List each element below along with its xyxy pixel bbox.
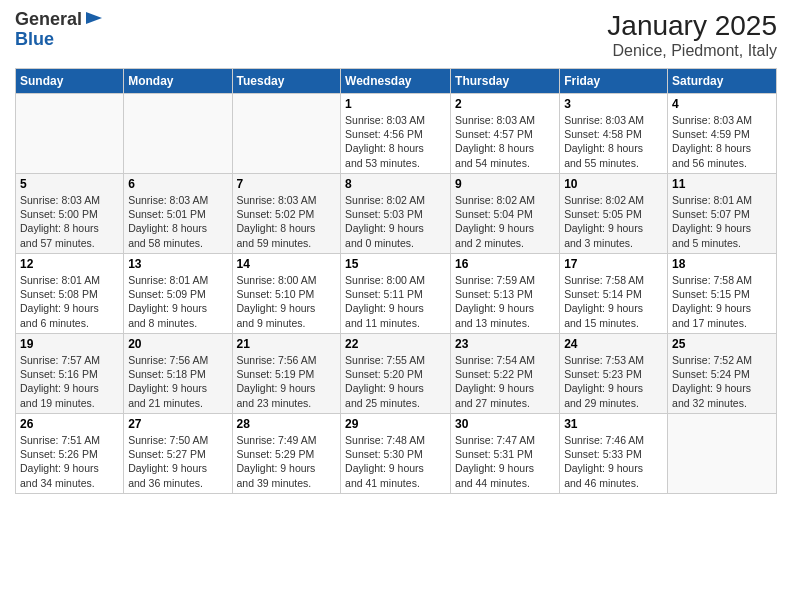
logo-general-text: General [15,10,82,30]
logo-blue-text: Blue [15,30,104,50]
day-number: 22 [345,337,446,351]
day-number: 29 [345,417,446,431]
calendar-cell: 8Sunrise: 8:02 AM Sunset: 5:03 PM Daylig… [341,174,451,254]
calendar-week-4: 19Sunrise: 7:57 AM Sunset: 5:16 PM Dayli… [16,334,777,414]
day-info: Sunrise: 7:49 AM Sunset: 5:29 PM Dayligh… [237,433,337,490]
calendar-cell: 22Sunrise: 7:55 AM Sunset: 5:20 PM Dayli… [341,334,451,414]
calendar-cell: 18Sunrise: 7:58 AM Sunset: 5:15 PM Dayli… [668,254,777,334]
calendar-title: January 2025 [607,10,777,42]
calendar-cell: 17Sunrise: 7:58 AM Sunset: 5:14 PM Dayli… [560,254,668,334]
day-number: 11 [672,177,772,191]
day-info: Sunrise: 7:47 AM Sunset: 5:31 PM Dayligh… [455,433,555,490]
calendar-cell: 11Sunrise: 8:01 AM Sunset: 5:07 PM Dayli… [668,174,777,254]
calendar-cell: 9Sunrise: 8:02 AM Sunset: 5:04 PM Daylig… [451,174,560,254]
calendar-cell: 21Sunrise: 7:56 AM Sunset: 5:19 PM Dayli… [232,334,341,414]
calendar-table: Sunday Monday Tuesday Wednesday Thursday… [15,68,777,494]
calendar-cell [124,94,232,174]
day-info: Sunrise: 8:03 AM Sunset: 4:57 PM Dayligh… [455,113,555,170]
calendar-cell: 27Sunrise: 7:50 AM Sunset: 5:27 PM Dayli… [124,414,232,494]
day-number: 26 [20,417,119,431]
calendar-cell: 29Sunrise: 7:48 AM Sunset: 5:30 PM Dayli… [341,414,451,494]
day-number: 25 [672,337,772,351]
day-info: Sunrise: 7:56 AM Sunset: 5:18 PM Dayligh… [128,353,227,410]
day-info: Sunrise: 7:46 AM Sunset: 5:33 PM Dayligh… [564,433,663,490]
day-info: Sunrise: 8:01 AM Sunset: 5:08 PM Dayligh… [20,273,119,330]
day-info: Sunrise: 8:03 AM Sunset: 4:59 PM Dayligh… [672,113,772,170]
day-info: Sunrise: 8:02 AM Sunset: 5:04 PM Dayligh… [455,193,555,250]
day-number: 8 [345,177,446,191]
day-number: 14 [237,257,337,271]
calendar-cell: 16Sunrise: 7:59 AM Sunset: 5:13 PM Dayli… [451,254,560,334]
day-number: 27 [128,417,227,431]
calendar-cell: 25Sunrise: 7:52 AM Sunset: 5:24 PM Dayli… [668,334,777,414]
day-number: 15 [345,257,446,271]
day-info: Sunrise: 7:57 AM Sunset: 5:16 PM Dayligh… [20,353,119,410]
calendar-cell: 1Sunrise: 8:03 AM Sunset: 4:56 PM Daylig… [341,94,451,174]
col-monday: Monday [124,69,232,94]
day-info: Sunrise: 7:54 AM Sunset: 5:22 PM Dayligh… [455,353,555,410]
calendar-cell: 20Sunrise: 7:56 AM Sunset: 5:18 PM Dayli… [124,334,232,414]
day-number: 18 [672,257,772,271]
calendar-cell: 30Sunrise: 7:47 AM Sunset: 5:31 PM Dayli… [451,414,560,494]
day-info: Sunrise: 8:03 AM Sunset: 5:00 PM Dayligh… [20,193,119,250]
day-info: Sunrise: 7:59 AM Sunset: 5:13 PM Dayligh… [455,273,555,330]
svg-marker-0 [86,12,102,24]
calendar-cell [16,94,124,174]
day-number: 7 [237,177,337,191]
logo-flag-icon [84,10,104,30]
day-info: Sunrise: 8:02 AM Sunset: 5:05 PM Dayligh… [564,193,663,250]
day-info: Sunrise: 7:53 AM Sunset: 5:23 PM Dayligh… [564,353,663,410]
calendar-cell: 26Sunrise: 7:51 AM Sunset: 5:26 PM Dayli… [16,414,124,494]
day-info: Sunrise: 8:00 AM Sunset: 5:11 PM Dayligh… [345,273,446,330]
day-number: 6 [128,177,227,191]
logo: General Blue [15,10,104,50]
day-number: 30 [455,417,555,431]
page-container: General Blue January 2025 Denice, Piedmo… [0,0,792,504]
day-number: 12 [20,257,119,271]
day-info: Sunrise: 7:58 AM Sunset: 5:14 PM Dayligh… [564,273,663,330]
title-block: January 2025 Denice, Piedmont, Italy [607,10,777,60]
calendar-cell: 6Sunrise: 8:03 AM Sunset: 5:01 PM Daylig… [124,174,232,254]
col-sunday: Sunday [16,69,124,94]
calendar-cell: 13Sunrise: 8:01 AM Sunset: 5:09 PM Dayli… [124,254,232,334]
day-number: 16 [455,257,555,271]
calendar-cell: 2Sunrise: 8:03 AM Sunset: 4:57 PM Daylig… [451,94,560,174]
day-info: Sunrise: 8:02 AM Sunset: 5:03 PM Dayligh… [345,193,446,250]
day-info: Sunrise: 8:00 AM Sunset: 5:10 PM Dayligh… [237,273,337,330]
day-info: Sunrise: 8:03 AM Sunset: 5:01 PM Dayligh… [128,193,227,250]
calendar-cell [232,94,341,174]
day-info: Sunrise: 8:01 AM Sunset: 5:09 PM Dayligh… [128,273,227,330]
calendar-header-row: Sunday Monday Tuesday Wednesday Thursday… [16,69,777,94]
col-friday: Friday [560,69,668,94]
day-number: 24 [564,337,663,351]
day-number: 5 [20,177,119,191]
day-info: Sunrise: 7:58 AM Sunset: 5:15 PM Dayligh… [672,273,772,330]
calendar-cell: 23Sunrise: 7:54 AM Sunset: 5:22 PM Dayli… [451,334,560,414]
calendar-cell: 19Sunrise: 7:57 AM Sunset: 5:16 PM Dayli… [16,334,124,414]
day-number: 9 [455,177,555,191]
calendar-cell: 4Sunrise: 8:03 AM Sunset: 4:59 PM Daylig… [668,94,777,174]
day-info: Sunrise: 7:50 AM Sunset: 5:27 PM Dayligh… [128,433,227,490]
calendar-week-3: 12Sunrise: 8:01 AM Sunset: 5:08 PM Dayli… [16,254,777,334]
day-info: Sunrise: 7:51 AM Sunset: 5:26 PM Dayligh… [20,433,119,490]
calendar-cell: 28Sunrise: 7:49 AM Sunset: 5:29 PM Dayli… [232,414,341,494]
day-info: Sunrise: 7:55 AM Sunset: 5:20 PM Dayligh… [345,353,446,410]
day-number: 2 [455,97,555,111]
col-thursday: Thursday [451,69,560,94]
calendar-subtitle: Denice, Piedmont, Italy [607,42,777,60]
calendar-cell: 31Sunrise: 7:46 AM Sunset: 5:33 PM Dayli… [560,414,668,494]
calendar-cell: 5Sunrise: 8:03 AM Sunset: 5:00 PM Daylig… [16,174,124,254]
calendar-cell: 10Sunrise: 8:02 AM Sunset: 5:05 PM Dayli… [560,174,668,254]
calendar-cell [668,414,777,494]
calendar-cell: 14Sunrise: 8:00 AM Sunset: 5:10 PM Dayli… [232,254,341,334]
day-number: 20 [128,337,227,351]
col-wednesday: Wednesday [341,69,451,94]
day-info: Sunrise: 8:03 AM Sunset: 4:56 PM Dayligh… [345,113,446,170]
day-number: 17 [564,257,663,271]
calendar-cell: 12Sunrise: 8:01 AM Sunset: 5:08 PM Dayli… [16,254,124,334]
calendar-cell: 24Sunrise: 7:53 AM Sunset: 5:23 PM Dayli… [560,334,668,414]
calendar-cell: 15Sunrise: 8:00 AM Sunset: 5:11 PM Dayli… [341,254,451,334]
day-number: 23 [455,337,555,351]
day-info: Sunrise: 8:03 AM Sunset: 5:02 PM Dayligh… [237,193,337,250]
calendar-week-5: 26Sunrise: 7:51 AM Sunset: 5:26 PM Dayli… [16,414,777,494]
